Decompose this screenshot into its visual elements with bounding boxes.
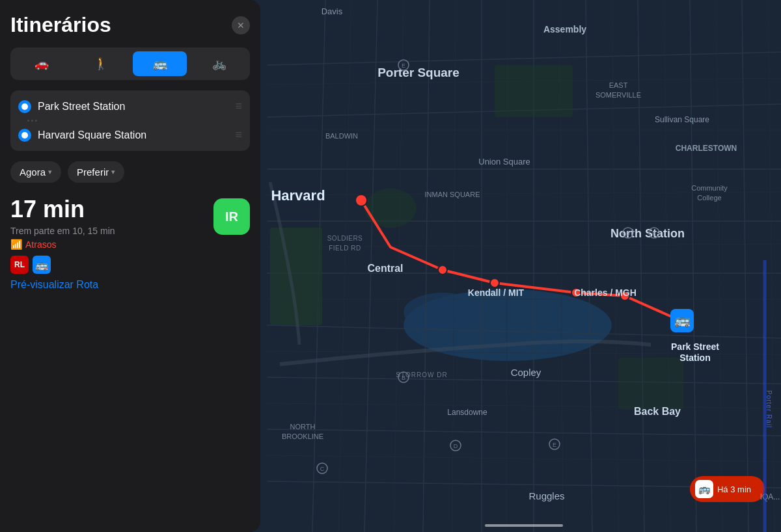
map-label-inman: INMAN SQUARE	[425, 191, 480, 198]
map-label-baldwin: BALDWIN	[325, 132, 358, 140]
map-label-east-somerville: EAST	[609, 81, 628, 89]
tab-transit[interactable]: 🚌	[133, 51, 187, 76]
sidebar-title: Itinerários	[10, 13, 111, 37]
map-label-charles: Charles / MGH	[574, 287, 637, 298]
destination-handle[interactable]: ≡	[235, 128, 242, 142]
map-label-sullivan: Sullivan Square	[655, 115, 709, 124]
map-label-kendall: Kendall / MIT	[468, 287, 525, 298]
delay-text: Atrasos	[25, 239, 56, 250]
red-line-badge: RL	[10, 256, 29, 274]
map-label-porter: Porter Square	[377, 66, 459, 79]
time-option-btn[interactable]: Agora ▾	[10, 161, 61, 183]
svg-text:IQA...: IQA...	[760, 492, 780, 501]
svg-rect-40	[618, 358, 683, 410]
svg-text:B: B	[402, 375, 405, 381]
map-label-davis: Davis	[322, 7, 343, 16]
svg-text:🚌: 🚌	[698, 483, 711, 495]
close-button[interactable]: ✕	[232, 16, 250, 34]
svg-text:E: E	[553, 442, 556, 448]
prefer-option-label: Preferir	[77, 166, 109, 178]
svg-text:D: D	[454, 443, 458, 449]
map-label-soldiers2: FIELD RD	[329, 245, 361, 252]
options-row: Agora ▾ Preferir ▾	[10, 161, 250, 183]
svg-text:Há 3 min: Há 3 min	[717, 485, 751, 494]
tab-bike[interactable]: 🚲	[192, 51, 246, 76]
route-duration: 17 min	[10, 196, 115, 223]
map-label-north-brookline: NORTH	[290, 423, 316, 431]
delay-signal-icon: 📶	[10, 239, 23, 250]
map-label-north-station: North Station	[610, 227, 685, 240]
map-label-harvard: Harvard	[271, 187, 325, 204]
map-label-brookline2: BROOKLINE	[282, 432, 323, 440]
map-label-assembly: Assembly	[543, 24, 586, 34]
svg-point-43	[438, 265, 447, 274]
route-result: 17 min Trem parte em 10, 15 min 📶 Atraso…	[10, 196, 250, 291]
svg-point-41	[364, 189, 417, 228]
origin-text[interactable]: Park Street Station	[38, 101, 228, 113]
transit-badge: 🚌	[33, 256, 51, 274]
go-button[interactable]: IR	[213, 198, 250, 235]
svg-text:🚌: 🚌	[674, 312, 691, 328]
origin-input-row: Park Street Station ≡	[16, 93, 245, 120]
home-indicator	[485, 524, 563, 527]
map-label-soldiers1: SOLDIERS	[327, 235, 363, 242]
route-modes: RL 🚌	[10, 256, 250, 274]
map-label-park-street: Park Street	[671, 341, 719, 352]
map-label-copley: Copley	[511, 367, 541, 378]
svg-rect-39	[495, 65, 573, 117]
sidebar-header: Itinerários ✕	[10, 13, 250, 37]
destination-dot	[18, 129, 31, 142]
route-depart-text: Trem parte em 10, 15 min	[10, 226, 115, 236]
map-label-backbay: Back Bay	[634, 406, 681, 417]
svg-text:D: D	[626, 230, 631, 237]
time-option-label: Agora	[20, 166, 46, 178]
map-label-lansdowne: Lansdowne	[447, 408, 487, 417]
destination-dot-inner	[21, 132, 28, 139]
origin-handle[interactable]: ≡	[235, 100, 242, 113]
destination-text[interactable]: Harvard Square Station	[38, 129, 228, 141]
svg-point-2	[404, 293, 482, 332]
map-label-college: College	[697, 194, 721, 202]
time-chevron-icon: ▾	[48, 168, 52, 176]
prefer-chevron-icon: ▾	[111, 168, 115, 176]
route-time-info: 17 min Trem parte em 10, 15 min 📶 Atraso…	[10, 196, 115, 250]
origin-dot-inner	[21, 103, 28, 110]
map-label-community: Community	[691, 184, 728, 192]
route-delay: 📶 Atrasos	[10, 239, 115, 250]
origin-dot	[18, 100, 31, 113]
map-label-charlestown: CHARLESTOWN	[676, 144, 737, 153]
map-label-central: Central	[367, 263, 403, 274]
svg-point-44	[490, 278, 499, 287]
map-label-union: Union Square	[478, 157, 530, 166]
tab-walk[interactable]: 🚶	[74, 51, 128, 76]
bottom-bar	[273, 524, 774, 527]
prefer-option-btn[interactable]: Preferir ▾	[68, 161, 124, 183]
svg-text:Porter Rail: Porter Rail	[765, 390, 773, 428]
svg-text:E: E	[652, 230, 656, 237]
svg-text:C: C	[320, 466, 325, 472]
destination-input-row: Harvard Square Station ≡	[16, 122, 245, 148]
preview-route-link[interactable]: Pré-visualizar Rota	[10, 279, 250, 291]
map-label-ruggles: Ruggles	[528, 490, 564, 501]
svg-point-42	[355, 194, 367, 206]
map-label-east-somerville2: SOMERVILLE	[596, 91, 641, 99]
map-label-station: Station	[679, 352, 710, 363]
route-inputs: Park Street Station ≡ Harvard Square Sta…	[10, 90, 250, 151]
sidebar: Itinerários ✕ 🚗 🚶 🚌 🚲 Park Street Statio…	[0, 0, 260, 532]
route-time-row: 17 min Trem parte em 10, 15 min 📶 Atraso…	[10, 196, 250, 250]
transport-mode-selector: 🚗 🚶 🚌 🚲	[10, 47, 250, 80]
svg-text:E: E	[402, 62, 405, 69]
tab-car[interactable]: 🚗	[14, 51, 68, 76]
